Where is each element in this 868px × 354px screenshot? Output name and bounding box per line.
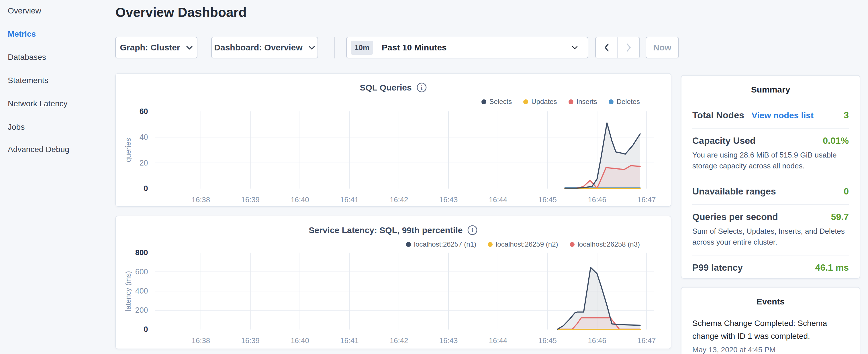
legend-label: Deletes	[617, 98, 640, 106]
dashboard-dropdown[interactable]: Dashboard: Overview	[211, 37, 318, 58]
summary-row-value: 0.01%	[823, 135, 849, 146]
info-icon[interactable]: i	[416, 82, 427, 93]
legend-label: localhost:26258 (n3)	[578, 240, 640, 248]
y-axis-tick-label: 40	[140, 133, 148, 141]
chevron-down-icon	[572, 45, 578, 50]
sidebar-item-jobs[interactable]: Jobs	[8, 123, 25, 132]
x-axis-tick-label: 16:46	[588, 336, 606, 345]
legend-item[interactable]: localhost:26259 (n2)	[488, 240, 558, 248]
x-axis-tick-label: 16:41	[340, 336, 359, 345]
summary-row-label: Capacity Used	[692, 135, 756, 146]
now-button[interactable]: Now	[646, 37, 679, 58]
y-axis-label: queries	[124, 138, 132, 162]
x-axis-tick-label: 16:41	[340, 196, 359, 204]
chart-title: Service Latency: SQL, 99th percentile	[309, 225, 463, 235]
legend-dot	[406, 242, 411, 247]
legend-dot	[488, 242, 493, 247]
chart-header: SQL Queries i	[116, 82, 671, 93]
sql-queries-plot[interactable]: 16:3816:3916:4016:4116:4216:4316:4416:45…	[116, 74, 671, 206]
service-latency-chart-card: 16:3816:3916:4016:4116:4216:4316:4416:45…	[115, 216, 672, 349]
view-nodes-list-link[interactable]: View nodes list	[752, 110, 813, 120]
page-title: Overview Dashboard	[116, 5, 247, 20]
summary-row-label: P99 latency	[692, 262, 743, 273]
chart-title: SQL Queries	[360, 83, 411, 93]
x-axis-tick-label: 16:39	[241, 336, 259, 345]
legend-item[interactable]: Deletes	[609, 98, 640, 106]
y-axis-tick-label: 800	[135, 248, 148, 257]
x-axis-tick-label: 16:38	[192, 336, 210, 345]
info-icon[interactable]: i	[467, 225, 478, 235]
graph-dropdown-label: Graph: Cluster	[120, 43, 180, 53]
y-axis-tick-label: 0	[144, 325, 148, 334]
summary-rows: Total Nodes View nodes list 3 Capacity U…	[692, 103, 849, 280]
summary-row-label: Queries per second	[692, 212, 778, 222]
chevron-down-icon	[308, 45, 315, 50]
summary-row-description: Sum of Selects, Updates, Inserts, and De…	[692, 226, 849, 248]
graph-dropdown[interactable]: Graph: Cluster	[115, 37, 197, 58]
legend-item[interactable]: Inserts	[568, 98, 597, 106]
sidebar-item-statements[interactable]: Statements	[8, 76, 49, 85]
legend-label: localhost:26257 (n1)	[414, 240, 476, 248]
legend-item[interactable]: Updates	[523, 98, 557, 106]
summary-row-label: Total Nodes	[692, 110, 744, 121]
x-axis-tick-label: 16:45	[538, 196, 557, 204]
summary-row-capacity-used: Capacity Used 0.01% You are using 28.6 M…	[692, 128, 849, 179]
x-axis-tick-label: 16:38	[192, 196, 210, 204]
y-axis-label: latency (ms)	[124, 271, 132, 311]
service-latency-plot[interactable]: 16:3816:3916:4016:4116:4216:4316:4416:45…	[116, 216, 671, 349]
x-axis-tick-label: 16:44	[489, 336, 507, 345]
events-panel: Events Schema Change Completed: Schema c…	[681, 287, 860, 354]
x-axis-tick-label: 16:43	[439, 196, 458, 204]
legend-dot	[482, 99, 486, 104]
summary-row-label: Unavailable ranges	[692, 186, 776, 197]
legend-dot	[609, 99, 614, 104]
chevron-left-icon	[604, 43, 609, 52]
y-axis-tick-label: 60	[140, 107, 148, 116]
legend-item[interactable]: Selects	[482, 98, 512, 106]
y-axis-tick-label: 200	[135, 306, 148, 315]
sidebar-item-databases[interactable]: Databases	[8, 53, 46, 62]
x-axis-tick-label: 16:39	[241, 196, 259, 204]
prev-time-button[interactable]	[596, 37, 617, 58]
events-title: Events	[681, 297, 860, 307]
sidebar-item-metrics[interactable]: Metrics	[8, 30, 36, 39]
legend-dot	[523, 99, 528, 104]
chart-header: Service Latency: SQL, 99th percentile i	[116, 225, 671, 235]
x-axis-tick-label: 16:46	[588, 196, 606, 204]
controls-divider	[334, 37, 335, 58]
legend-dot	[568, 99, 574, 104]
x-axis-tick-label: 16:44	[489, 196, 507, 204]
chevron-right-icon	[626, 43, 631, 52]
legend-item[interactable]: localhost:26258 (n3)	[570, 240, 640, 248]
next-time-button[interactable]	[617, 37, 639, 58]
gridlines	[155, 111, 654, 189]
legend-item[interactable]: localhost:26257 (n1)	[406, 240, 476, 248]
summary-row-value: 0	[844, 186, 849, 197]
x-axis-tick-label: 16:47	[637, 196, 656, 204]
y-axis-tick-label: 0	[144, 184, 148, 193]
x-axis-tick-label: 16:47	[637, 336, 656, 345]
controls-row: Graph: Cluster Dashboard: Overview 10m P…	[115, 37, 679, 58]
x-axis-tick-label: 16:43	[439, 336, 458, 345]
summary-row-queries-per-second: Queries per second 59.7 Sum of Selects, …	[692, 204, 849, 255]
sidebar-item-overview[interactable]: Overview	[8, 6, 41, 15]
dashboard-dropdown-label: Dashboard: Overview	[214, 43, 302, 53]
y-axis-tick-label: 400	[135, 287, 148, 295]
summary-panel: Summary Total Nodes View nodes list 3 Ca…	[681, 75, 860, 279]
y-axis-tick-label: 20	[140, 159, 148, 167]
event-item-text[interactable]: Schema Change Completed: Schema change w…	[692, 317, 849, 343]
legend-label: Updates	[531, 98, 557, 106]
legend-label: localhost:26259 (n2)	[496, 240, 558, 248]
sidebar-item-network-latency[interactable]: Network Latency	[8, 99, 68, 108]
x-axis-tick-label: 16:45	[538, 336, 557, 345]
chart-legend: localhost:26257 (n1)localhost:26259 (n2)…	[406, 240, 640, 248]
time-step-buttons	[595, 37, 640, 58]
overview-dashboard-page: Overview Metrics Databases Statements Ne…	[0, 0, 868, 354]
time-window-dropdown[interactable]: 10m Past 10 Minutes	[346, 37, 588, 58]
legend-dot	[570, 242, 575, 247]
sidebar-item-advanced-debug[interactable]: Advanced Debug	[8, 145, 69, 154]
legend-label: Inserts	[577, 98, 597, 106]
chart-legend: SelectsUpdatesInsertsDeletes	[482, 98, 640, 106]
summary-row-value: 3	[844, 110, 849, 121]
x-axis-tick-label: 16:40	[290, 196, 309, 204]
